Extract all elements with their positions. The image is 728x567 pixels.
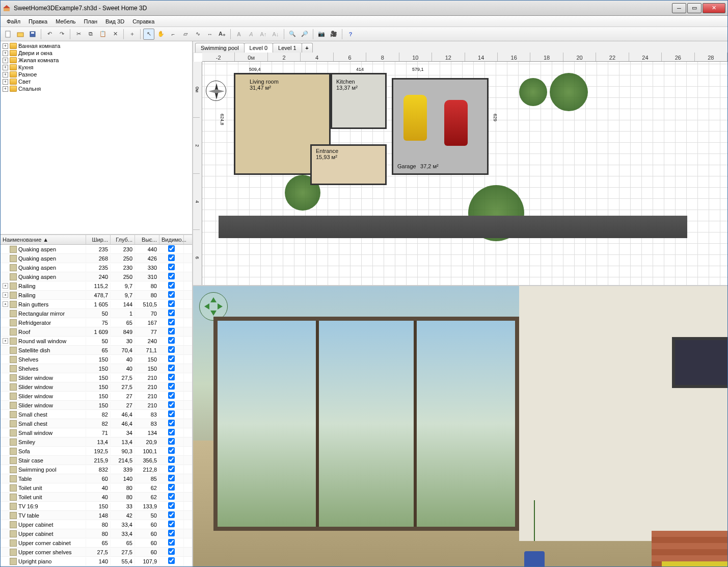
text-tool-icon[interactable]: A₊ xyxy=(217,29,228,40)
table-row[interactable]: Shelves15040150 xyxy=(1,355,192,364)
table-row[interactable]: Refridgerator7565167 xyxy=(1,318,192,327)
table-row[interactable]: +Railing478,79,780 xyxy=(1,291,192,300)
expand-icon[interactable]: + xyxy=(3,79,8,85)
text-bold-icon[interactable]: A xyxy=(233,29,245,40)
visible-checkbox[interactable] xyxy=(168,557,175,564)
visible-checkbox[interactable] xyxy=(168,401,175,408)
table-row[interactable]: Small chest8246,483 xyxy=(1,410,192,419)
visible-checkbox[interactable] xyxy=(168,392,175,399)
tree-item[interactable]: +Кухня xyxy=(2,64,191,71)
visible-checkbox[interactable] xyxy=(168,410,175,417)
select-tool-icon[interactable]: ↖ xyxy=(143,29,154,40)
visible-checkbox[interactable] xyxy=(168,493,175,500)
polyline-tool-icon[interactable]: ∿ xyxy=(192,29,203,40)
table-row[interactable]: Quaking aspen235230330 xyxy=(1,263,192,272)
visible-checkbox[interactable] xyxy=(168,264,175,270)
table-row[interactable]: Slider window15027,5210 xyxy=(1,382,192,392)
table-row[interactable]: Wall uplight241226 xyxy=(1,566,192,566)
redo-icon[interactable]: ↷ xyxy=(56,29,67,40)
minimize-button[interactable]: ─ xyxy=(672,3,686,13)
col-visible[interactable]: Видимо... xyxy=(159,235,184,244)
plan-canvas[interactable]: -20м246810121416182022242628 0м246810 Li… xyxy=(193,53,727,285)
visible-checkbox[interactable] xyxy=(168,291,175,298)
paste-icon[interactable]: 📋 xyxy=(97,29,109,40)
visible-checkbox[interactable] xyxy=(168,355,175,362)
plan-tab[interactable]: Swimming pool xyxy=(195,43,245,53)
photo-icon[interactable]: 📷 xyxy=(316,29,327,40)
table-row[interactable]: Upper cabinet8033,460 xyxy=(1,520,192,529)
open-icon[interactable] xyxy=(15,29,26,40)
table-row[interactable]: +Round wall window5030240 xyxy=(1,337,192,346)
text-size-down-icon[interactable]: A↓ xyxy=(270,29,281,40)
expand-icon[interactable]: + xyxy=(3,301,8,307)
room-garage[interactable]: Garage 37,2 м² xyxy=(392,78,489,175)
plan-tab[interactable]: Level 1 xyxy=(273,43,302,53)
menu-edit[interactable]: Правка xyxy=(24,17,51,25)
dimension-tool-icon[interactable]: ↔ xyxy=(204,29,215,40)
zoom-in-icon[interactable]: 🔍 xyxy=(287,29,298,40)
expand-icon[interactable]: + xyxy=(3,72,8,78)
col-height[interactable]: Выс... xyxy=(135,235,159,244)
visible-checkbox[interactable] xyxy=(168,374,175,380)
visible-checkbox[interactable] xyxy=(168,319,175,325)
table-row[interactable]: Slider window15027210 xyxy=(1,392,192,401)
table-row[interactable]: Stair case215,9214,5356,5 xyxy=(1,456,192,465)
col-width[interactable]: Шир... xyxy=(86,235,111,244)
text-italic-icon[interactable]: A xyxy=(246,29,257,40)
add-furniture-icon[interactable]: ＋ xyxy=(126,29,138,40)
visible-checkbox[interactable] xyxy=(168,484,175,491)
visible-checkbox[interactable] xyxy=(168,502,175,509)
table-row[interactable]: +Railing115,29,780 xyxy=(1,281,192,291)
expand-icon[interactable]: + xyxy=(3,338,8,344)
expand-icon[interactable]: + xyxy=(3,65,8,70)
expand-icon[interactable]: + xyxy=(3,292,8,298)
table-row[interactable]: TV table1484250 xyxy=(1,511,192,520)
table-row[interactable]: Upper corner shelves27,527,560 xyxy=(1,548,192,557)
visible-checkbox[interactable] xyxy=(168,310,175,316)
table-row[interactable]: Upper cabinet8033,460 xyxy=(1,529,192,538)
visible-checkbox[interactable] xyxy=(168,466,175,472)
table-row[interactable]: Swimming pool832339212,8 xyxy=(1,465,192,474)
video-icon[interactable]: 🎥 xyxy=(328,29,339,40)
tree-item[interactable]: +Свет xyxy=(2,78,191,85)
table-row[interactable]: Shelves15040150 xyxy=(1,364,192,373)
undo-icon[interactable]: ↶ xyxy=(44,29,55,40)
visible-checkbox[interactable] xyxy=(168,273,175,279)
visible-checkbox[interactable] xyxy=(168,539,175,546)
pan-tool-icon[interactable]: ✋ xyxy=(155,29,167,40)
zoom-out-icon[interactable]: 🔎 xyxy=(299,29,310,40)
table-row[interactable]: +Rain gutters1 605144510,5 xyxy=(1,300,192,309)
visible-checkbox[interactable] xyxy=(168,548,175,555)
text-size-up-icon[interactable]: A↑ xyxy=(258,29,269,40)
table-row[interactable]: Quaking aspen235230440 xyxy=(1,245,192,254)
table-row[interactable]: Small chest8246,483 xyxy=(1,419,192,428)
visible-checkbox[interactable] xyxy=(168,282,175,289)
visible-checkbox[interactable] xyxy=(168,511,175,518)
plan-tab[interactable]: Level 0 xyxy=(244,43,273,53)
terrace[interactable] xyxy=(219,216,687,238)
expand-icon[interactable]: + xyxy=(3,86,8,92)
visible-checkbox[interactable] xyxy=(168,300,175,307)
help-icon[interactable]: ? xyxy=(345,29,356,40)
table-row[interactable]: Smiley13,413,420,9 xyxy=(1,437,192,447)
bush[interactable] xyxy=(550,73,588,111)
visible-checkbox[interactable] xyxy=(168,383,175,390)
menu-file[interactable]: Файл xyxy=(3,17,24,25)
bush[interactable] xyxy=(519,78,547,106)
expand-icon[interactable]: + xyxy=(3,58,8,63)
table-row[interactable]: Rectangular mirror50170 xyxy=(1,309,192,318)
table-row[interactable]: Roof1 60984977 xyxy=(1,327,192,337)
room-kitchen[interactable]: Kitchen 13,37 м² xyxy=(331,73,387,129)
visible-checkbox[interactable] xyxy=(168,447,175,454)
table-row[interactable]: Toilet unit408062 xyxy=(1,493,192,502)
car-yellow[interactable] xyxy=(403,95,427,141)
table-row[interactable]: Upright piano14055,4107,9 xyxy=(1,557,192,566)
visible-checkbox[interactable] xyxy=(168,456,175,463)
visible-checkbox[interactable] xyxy=(168,337,175,344)
tree-item[interactable]: +Жилая комната xyxy=(2,57,191,64)
menu-furniture[interactable]: Мебель xyxy=(51,17,79,25)
expand-icon[interactable]: + xyxy=(3,43,8,49)
new-icon[interactable] xyxy=(3,29,14,40)
menu-help[interactable]: Справка xyxy=(128,17,158,25)
table-row[interactable]: TV 16:915033133,9 xyxy=(1,502,192,511)
